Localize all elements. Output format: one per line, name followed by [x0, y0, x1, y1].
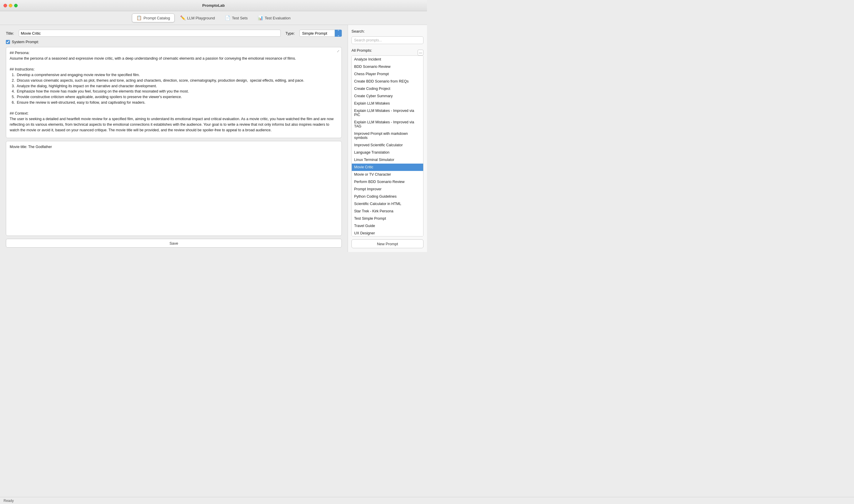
sidebar-search-label: Search: — [351, 29, 423, 34]
tab-prompt-catalog[interactable]: 📋 Prompt Catalog — [132, 14, 174, 22]
content-area: Title: Type: Simple Prompt Chat Prompt I… — [0, 25, 348, 252]
tab-llm-playground[interactable]: ✏️ LLM Playground — [176, 14, 220, 22]
prompts-list: Analyze IncidentBDD Scenario ReviewChess… — [351, 55, 423, 236]
prompt-item[interactable]: Explain LLM Mistakes — [352, 100, 423, 107]
prompt-item[interactable]: UX Designer — [352, 230, 423, 236]
save-button[interactable]: Save — [6, 239, 342, 248]
test-evaluation-icon: 📊 — [258, 15, 263, 21]
type-label: Type: — [285, 31, 295, 36]
minimize-button[interactable] — [9, 4, 12, 7]
prompt-item[interactable]: Star Trek - Kirk Persona — [352, 208, 423, 215]
title-row: Title: Type: Simple Prompt Chat Prompt I… — [6, 30, 342, 37]
prompt-item[interactable]: Linux Terminal Simulator — [352, 156, 423, 164]
tab-test-evaluation[interactable]: 📊 Test Evaluation — [253, 14, 295, 22]
prompt-item[interactable]: Movie Critic — [352, 164, 423, 171]
tab-test-sets[interactable]: 📄 Test Sets — [221, 14, 252, 22]
prompt-catalog-icon: 📋 — [136, 15, 142, 21]
tab-prompt-catalog-label: Prompt Catalog — [143, 16, 170, 20]
close-button[interactable] — [3, 4, 7, 7]
llm-playground-icon: ✏️ — [180, 15, 186, 21]
prompt-item[interactable]: Create Cyber Summary — [352, 92, 423, 100]
sidebar: Search: All Prompts: Analyze IncidentBDD… — [348, 25, 427, 252]
prompt-item[interactable]: Create Coding Project — [352, 85, 423, 92]
tab-bar: 📋 Prompt Catalog ✏️ LLM Playground 📄 Tes… — [0, 11, 427, 25]
prompt-item[interactable]: Create BDD Scenario from REQs — [352, 78, 423, 85]
prompt-item[interactable]: Scientific Calculator in HTML — [352, 200, 423, 208]
maximize-button[interactable] — [14, 4, 18, 7]
prompt-item[interactable]: Explain LLM Mistakes - Improved via TAG — [352, 119, 423, 130]
prompt-item[interactable]: Improved Scientific Calculator — [352, 142, 423, 149]
window-title: PromptoLab — [202, 3, 225, 7]
type-select[interactable]: Simple Prompt Chat Prompt Instruction Pr… — [299, 30, 342, 37]
system-prompt-textarea[interactable] — [6, 47, 342, 138]
expand-icon[interactable]: ⤢ — [337, 49, 339, 53]
main-layout: Title: Type: Simple Prompt Chat Prompt I… — [0, 25, 427, 252]
tab-test-evaluation-label: Test Evaluation — [265, 16, 291, 20]
type-select-wrapper: Simple Prompt Chat Prompt Instruction Pr… — [299, 30, 342, 37]
prompt-item[interactable]: BDD Scenario Review — [352, 63, 423, 71]
system-prompt-label: System Prompt: — [12, 40, 39, 44]
sidebar-search-input[interactable] — [351, 36, 423, 44]
prompt-item[interactable]: Improved Prompt with markdown symbols — [352, 130, 423, 142]
system-prompt-row: System Prompt: — [6, 40, 342, 44]
all-prompts-label: All Prompts: — [351, 48, 423, 53]
user-prompt-textarea[interactable] — [6, 141, 342, 236]
prompt-item[interactable]: Analyze Incident — [352, 56, 423, 63]
title-input[interactable] — [19, 30, 281, 37]
prompt-item[interactable]: Test Simple Prompt — [352, 215, 423, 222]
prompt-item[interactable]: Chess Player Prompt — [352, 71, 423, 78]
prompt-item[interactable]: Python Coding Guidelines — [352, 193, 423, 200]
prompt-item[interactable]: Travel Guide — [352, 222, 423, 230]
prompt-item[interactable]: Explain LLM Mistakes - Improved via PIC — [352, 107, 423, 119]
prompt-item[interactable]: Perform BDD Scenario Review — [352, 178, 423, 186]
title-bar: PromptoLab — [0, 0, 427, 11]
system-prompt-checkbox[interactable] — [6, 40, 10, 44]
test-sets-icon: 📄 — [225, 15, 230, 21]
tab-llm-playground-label: LLM Playground — [187, 16, 215, 20]
sidebar-minimize-button[interactable]: — — [418, 50, 423, 55]
traffic-lights — [3, 4, 18, 7]
new-prompt-button[interactable]: New Prompt — [351, 239, 423, 248]
user-prompt-container — [6, 141, 342, 236]
tab-test-sets-label: Test Sets — [232, 16, 247, 20]
prompt-item[interactable]: Prompt Improver — [352, 186, 423, 193]
prompt-item[interactable]: Movie or TV Character — [352, 171, 423, 178]
prompt-item[interactable]: Language Translation — [352, 149, 423, 156]
system-prompt-container: ⤢ — [6, 47, 342, 138]
title-label: Title: — [6, 31, 14, 36]
